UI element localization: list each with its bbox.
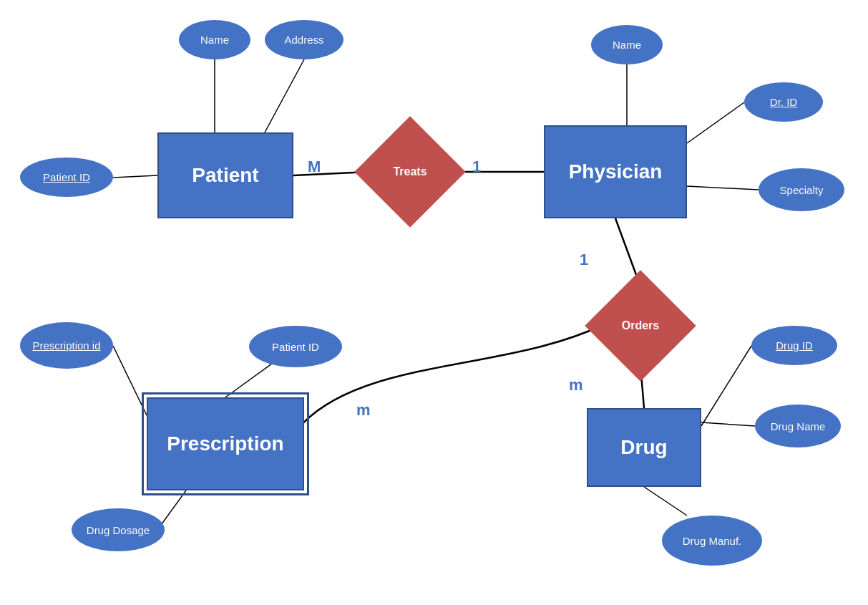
drug-manuf-attr: Drug Manuf. bbox=[662, 516, 762, 566]
prescription-id-attr: Prescription id bbox=[20, 322, 113, 369]
cardinality-1-treats: 1 bbox=[472, 158, 481, 176]
specialty-attr: Specialty bbox=[759, 168, 844, 211]
svg-line-6 bbox=[687, 102, 744, 143]
drug-id-attr: Drug ID bbox=[751, 326, 837, 365]
patient-entity: Patient bbox=[157, 132, 293, 218]
orders-label: Orders bbox=[622, 319, 659, 332]
physician-name-attr: Name bbox=[591, 25, 663, 64]
svg-line-14 bbox=[701, 346, 751, 426]
drug-entity: Drug bbox=[587, 408, 701, 487]
patient-label: Patient bbox=[192, 164, 258, 187]
drug-name-attr: Drug Name bbox=[755, 405, 841, 447]
drug-label: Drug bbox=[620, 436, 667, 459]
drug-dosage-attr: Drug Dosage bbox=[72, 508, 165, 551]
svg-line-15 bbox=[644, 487, 687, 516]
patient-id2-attr: Patient ID bbox=[249, 326, 342, 367]
cardinality-m-prescription: m bbox=[356, 401, 371, 420]
orders-relationship: Orders bbox=[601, 286, 680, 365]
prescription-label: Prescription bbox=[167, 432, 283, 455]
cardinality-1-orders: 1 bbox=[580, 251, 588, 269]
treats-relationship: Treats bbox=[371, 132, 449, 211]
prescription-entity: Prescription bbox=[147, 397, 304, 490]
cardinality-m-drug: m bbox=[569, 376, 583, 395]
svg-line-10 bbox=[113, 346, 147, 415]
physician-entity: Physician bbox=[544, 125, 687, 218]
physician-label: Physician bbox=[569, 160, 663, 183]
treats-label: Treats bbox=[393, 165, 426, 178]
patient-name-attr: Name bbox=[179, 20, 250, 59]
cardinality-m: M bbox=[308, 158, 321, 176]
dr-id-attr: Dr. ID bbox=[744, 82, 823, 122]
svg-line-13 bbox=[701, 422, 755, 426]
patient-id-attr: Patient ID bbox=[20, 158, 113, 197]
svg-line-3 bbox=[265, 59, 304, 132]
patient-address-attr: Address bbox=[265, 20, 343, 59]
svg-line-4 bbox=[113, 175, 157, 178]
svg-line-7 bbox=[687, 186, 759, 190]
